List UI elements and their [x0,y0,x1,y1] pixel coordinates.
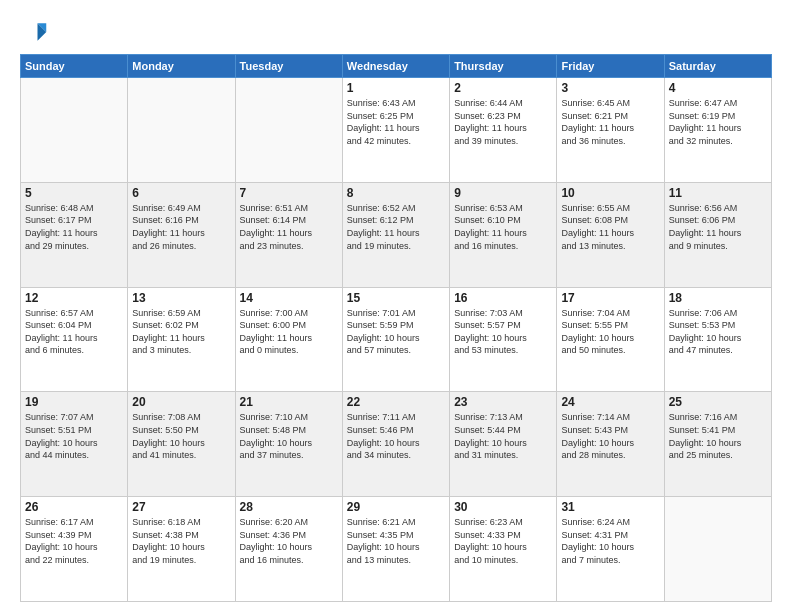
day-info: Sunrise: 7:08 AM Sunset: 5:50 PM Dayligh… [132,411,230,461]
calendar-cell: 19Sunrise: 7:07 AM Sunset: 5:51 PM Dayli… [21,392,128,497]
day-number: 20 [132,395,230,409]
calendar-cell: 27Sunrise: 6:18 AM Sunset: 4:38 PM Dayli… [128,497,235,602]
weekday-header-wednesday: Wednesday [342,55,449,78]
day-info: Sunrise: 6:44 AM Sunset: 6:23 PM Dayligh… [454,97,552,147]
day-info: Sunrise: 7:03 AM Sunset: 5:57 PM Dayligh… [454,307,552,357]
day-number: 5 [25,186,123,200]
calendar-table: SundayMondayTuesdayWednesdayThursdayFrid… [20,54,772,602]
weekday-header-thursday: Thursday [450,55,557,78]
day-info: Sunrise: 6:51 AM Sunset: 6:14 PM Dayligh… [240,202,338,252]
day-number: 4 [669,81,767,95]
day-number: 8 [347,186,445,200]
calendar-cell: 15Sunrise: 7:01 AM Sunset: 5:59 PM Dayli… [342,287,449,392]
calendar-week-row: 12Sunrise: 6:57 AM Sunset: 6:04 PM Dayli… [21,287,772,392]
day-info: Sunrise: 7:13 AM Sunset: 5:44 PM Dayligh… [454,411,552,461]
calendar-cell: 7Sunrise: 6:51 AM Sunset: 6:14 PM Daylig… [235,182,342,287]
calendar-cell: 20Sunrise: 7:08 AM Sunset: 5:50 PM Dayli… [128,392,235,497]
day-number: 9 [454,186,552,200]
day-number: 26 [25,500,123,514]
calendar-cell: 30Sunrise: 6:23 AM Sunset: 4:33 PM Dayli… [450,497,557,602]
calendar-cell: 29Sunrise: 6:21 AM Sunset: 4:35 PM Dayli… [342,497,449,602]
calendar-cell: 3Sunrise: 6:45 AM Sunset: 6:21 PM Daylig… [557,78,664,183]
day-number: 28 [240,500,338,514]
logo [20,18,52,46]
day-info: Sunrise: 6:53 AM Sunset: 6:10 PM Dayligh… [454,202,552,252]
calendar-cell: 31Sunrise: 6:24 AM Sunset: 4:31 PM Dayli… [557,497,664,602]
day-info: Sunrise: 6:57 AM Sunset: 6:04 PM Dayligh… [25,307,123,357]
day-number: 24 [561,395,659,409]
day-number: 16 [454,291,552,305]
day-number: 25 [669,395,767,409]
day-number: 12 [25,291,123,305]
day-info: Sunrise: 6:45 AM Sunset: 6:21 PM Dayligh… [561,97,659,147]
day-number: 1 [347,81,445,95]
day-number: 30 [454,500,552,514]
day-number: 11 [669,186,767,200]
day-number: 3 [561,81,659,95]
calendar-cell: 4Sunrise: 6:47 AM Sunset: 6:19 PM Daylig… [664,78,771,183]
calendar-cell [235,78,342,183]
day-number: 19 [25,395,123,409]
day-number: 22 [347,395,445,409]
page: SundayMondayTuesdayWednesdayThursdayFrid… [0,0,792,612]
day-info: Sunrise: 7:01 AM Sunset: 5:59 PM Dayligh… [347,307,445,357]
day-number: 18 [669,291,767,305]
day-number: 13 [132,291,230,305]
day-info: Sunrise: 7:00 AM Sunset: 6:00 PM Dayligh… [240,307,338,357]
day-info: Sunrise: 6:48 AM Sunset: 6:17 PM Dayligh… [25,202,123,252]
calendar-cell: 24Sunrise: 7:14 AM Sunset: 5:43 PM Dayli… [557,392,664,497]
day-number: 17 [561,291,659,305]
calendar-cell [664,497,771,602]
day-number: 14 [240,291,338,305]
day-info: Sunrise: 6:56 AM Sunset: 6:06 PM Dayligh… [669,202,767,252]
calendar-cell: 25Sunrise: 7:16 AM Sunset: 5:41 PM Dayli… [664,392,771,497]
calendar-cell: 18Sunrise: 7:06 AM Sunset: 5:53 PM Dayli… [664,287,771,392]
weekday-header-tuesday: Tuesday [235,55,342,78]
day-info: Sunrise: 7:06 AM Sunset: 5:53 PM Dayligh… [669,307,767,357]
day-number: 7 [240,186,338,200]
weekday-header-sunday: Sunday [21,55,128,78]
calendar-cell: 8Sunrise: 6:52 AM Sunset: 6:12 PM Daylig… [342,182,449,287]
day-info: Sunrise: 7:14 AM Sunset: 5:43 PM Dayligh… [561,411,659,461]
calendar-cell: 10Sunrise: 6:55 AM Sunset: 6:08 PM Dayli… [557,182,664,287]
calendar-cell: 16Sunrise: 7:03 AM Sunset: 5:57 PM Dayli… [450,287,557,392]
calendar-cell: 21Sunrise: 7:10 AM Sunset: 5:48 PM Dayli… [235,392,342,497]
day-info: Sunrise: 6:17 AM Sunset: 4:39 PM Dayligh… [25,516,123,566]
day-number: 6 [132,186,230,200]
day-number: 31 [561,500,659,514]
weekday-header-friday: Friday [557,55,664,78]
day-info: Sunrise: 7:16 AM Sunset: 5:41 PM Dayligh… [669,411,767,461]
day-info: Sunrise: 7:07 AM Sunset: 5:51 PM Dayligh… [25,411,123,461]
calendar-cell: 13Sunrise: 6:59 AM Sunset: 6:02 PM Dayli… [128,287,235,392]
day-number: 23 [454,395,552,409]
calendar-cell: 5Sunrise: 6:48 AM Sunset: 6:17 PM Daylig… [21,182,128,287]
calendar-cell [21,78,128,183]
calendar-cell: 6Sunrise: 6:49 AM Sunset: 6:16 PM Daylig… [128,182,235,287]
calendar-cell: 1Sunrise: 6:43 AM Sunset: 6:25 PM Daylig… [342,78,449,183]
calendar-cell: 2Sunrise: 6:44 AM Sunset: 6:23 PM Daylig… [450,78,557,183]
calendar-cell: 17Sunrise: 7:04 AM Sunset: 5:55 PM Dayli… [557,287,664,392]
day-info: Sunrise: 6:21 AM Sunset: 4:35 PM Dayligh… [347,516,445,566]
calendar-cell: 9Sunrise: 6:53 AM Sunset: 6:10 PM Daylig… [450,182,557,287]
header [20,18,772,46]
calendar-cell: 26Sunrise: 6:17 AM Sunset: 4:39 PM Dayli… [21,497,128,602]
day-info: Sunrise: 7:11 AM Sunset: 5:46 PM Dayligh… [347,411,445,461]
calendar-cell: 14Sunrise: 7:00 AM Sunset: 6:00 PM Dayli… [235,287,342,392]
day-info: Sunrise: 6:52 AM Sunset: 6:12 PM Dayligh… [347,202,445,252]
calendar-cell: 22Sunrise: 7:11 AM Sunset: 5:46 PM Dayli… [342,392,449,497]
calendar-week-row: 5Sunrise: 6:48 AM Sunset: 6:17 PM Daylig… [21,182,772,287]
weekday-header-monday: Monday [128,55,235,78]
day-info: Sunrise: 6:18 AM Sunset: 4:38 PM Dayligh… [132,516,230,566]
day-info: Sunrise: 7:04 AM Sunset: 5:55 PM Dayligh… [561,307,659,357]
day-number: 27 [132,500,230,514]
day-info: Sunrise: 6:20 AM Sunset: 4:36 PM Dayligh… [240,516,338,566]
weekday-header-row: SundayMondayTuesdayWednesdayThursdayFrid… [21,55,772,78]
day-number: 10 [561,186,659,200]
day-number: 15 [347,291,445,305]
calendar-cell: 28Sunrise: 6:20 AM Sunset: 4:36 PM Dayli… [235,497,342,602]
day-info: Sunrise: 6:43 AM Sunset: 6:25 PM Dayligh… [347,97,445,147]
calendar-week-row: 19Sunrise: 7:07 AM Sunset: 5:51 PM Dayli… [21,392,772,497]
day-info: Sunrise: 7:10 AM Sunset: 5:48 PM Dayligh… [240,411,338,461]
day-info: Sunrise: 6:47 AM Sunset: 6:19 PM Dayligh… [669,97,767,147]
calendar-week-row: 1Sunrise: 6:43 AM Sunset: 6:25 PM Daylig… [21,78,772,183]
